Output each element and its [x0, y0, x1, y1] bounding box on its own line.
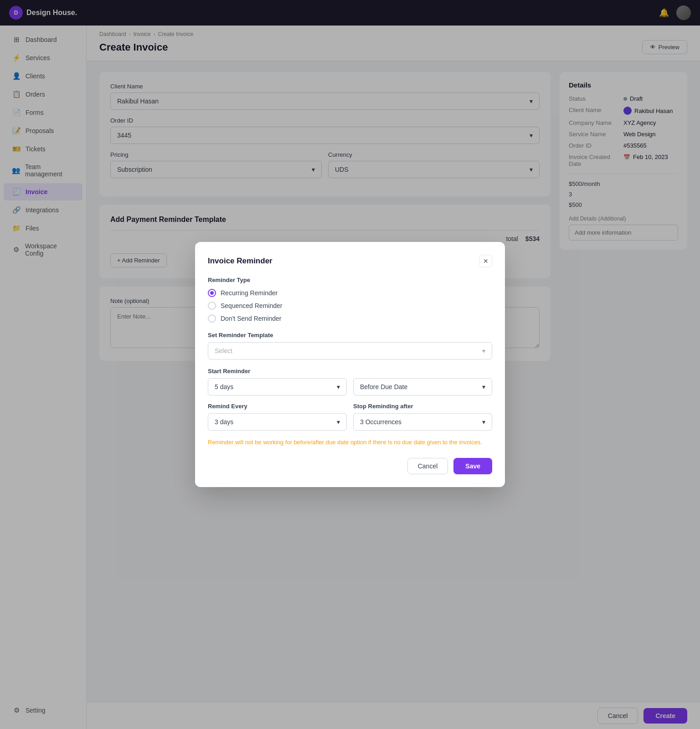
before-due-date-select[interactable]: Before Due Date ▾	[353, 378, 492, 395]
remind-every-select[interactable]: 3 days ▾	[208, 413, 347, 431]
start-days-field: Start Reminder 5 days ▾	[208, 368, 347, 395]
template-label: Set Reminder Template	[208, 332, 492, 339]
radio-circle-sequenced	[208, 302, 216, 310]
reminder-type-label: Reminder Type	[208, 277, 492, 283]
remind-every-row: Remind Every 3 days ▾ Stop Reminding aft…	[208, 403, 492, 431]
chevron-down-icon: ▾	[482, 383, 485, 390]
chevron-down-icon: ▾	[337, 418, 340, 426]
modal-overlay: Invoice Reminder ✕ Reminder Type Recurri…	[0, 0, 700, 729]
close-icon: ✕	[483, 257, 489, 265]
radio-label-dont-send: Don't Send Reminder	[221, 315, 281, 322]
start-days-select[interactable]: 5 days ▾	[208, 378, 347, 395]
chevron-down-icon: ▾	[482, 418, 485, 426]
before-due-date-field: Before Due Date ▾	[353, 368, 492, 395]
radio-sequenced[interactable]: Sequenced Reminder	[208, 302, 492, 310]
radio-label-sequenced: Sequenced Reminder	[221, 302, 282, 309]
stop-reminding-field: Stop Reminding after 3 Occurrences ▾	[353, 403, 492, 431]
start-reminder-label: Start Reminder	[208, 368, 347, 375]
modal-title: Invoice Reminder	[208, 257, 273, 266]
before-due-date-spacer	[353, 368, 492, 375]
modal-save-button[interactable]: Save	[453, 458, 492, 474]
radio-dont-send[interactable]: Don't Send Reminder	[208, 314, 492, 323]
modal-footer: Cancel Save	[208, 458, 492, 474]
template-placeholder: Select	[215, 347, 232, 354]
modal-close-button[interactable]: ✕	[479, 255, 492, 267]
chevron-down-icon: ▾	[482, 347, 485, 354]
radio-circle-dont-send	[208, 314, 216, 323]
start-reminder-row: Start Reminder 5 days ▾ Before Due Date …	[208, 368, 492, 395]
radio-circle-recurring	[208, 289, 216, 297]
reminder-type-radio-group: Recurring Reminder Sequenced Reminder Do…	[208, 289, 492, 323]
template-select[interactable]: Select ▾	[208, 342, 492, 359]
radio-label-recurring: Recurring Reminder	[221, 289, 278, 297]
remind-every-field: Remind Every 3 days ▾	[208, 403, 347, 431]
radio-recurring[interactable]: Recurring Reminder	[208, 289, 492, 297]
modal-header: Invoice Reminder ✕	[208, 255, 492, 267]
warning-text: Reminder will not be working for before/…	[208, 438, 492, 447]
modal-cancel-button[interactable]: Cancel	[407, 458, 448, 474]
stop-reminding-label: Stop Reminding after	[353, 403, 492, 410]
chevron-down-icon: ▾	[337, 383, 340, 390]
remind-every-label: Remind Every	[208, 403, 347, 410]
invoice-reminder-modal: Invoice Reminder ✕ Reminder Type Recurri…	[195, 242, 505, 487]
stop-after-select[interactable]: 3 Occurrences ▾	[353, 413, 492, 431]
